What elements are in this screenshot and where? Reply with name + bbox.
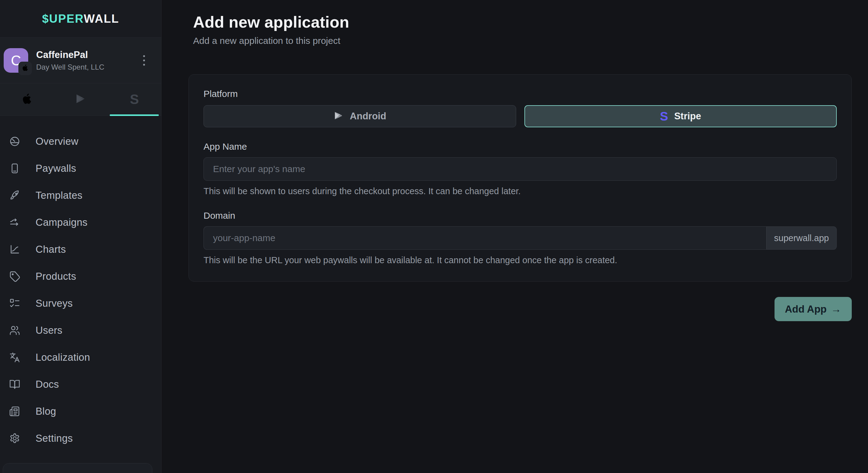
page-subtitle: Add a new application to this project (193, 36, 852, 46)
superwall-logo[interactable]: $UPERWALL (42, 12, 119, 26)
google-play-icon (74, 93, 87, 106)
apple-icon (21, 64, 29, 73)
add-app-label: Add App (785, 303, 827, 315)
project-kebab-menu[interactable] (138, 51, 150, 70)
domain-input[interactable] (204, 226, 766, 250)
platform-option-android[interactable]: Android (204, 105, 516, 127)
sidebar-menu: Overview Paywalls Templates Campaigns Ch… (0, 116, 161, 452)
logo-header: $UPERWALL (0, 0, 161, 38)
project-selector[interactable]: C CaffeinePal Day Well Spent, LLC (0, 38, 161, 83)
actions-row: Add App → (188, 297, 852, 321)
sidebar: $UPERWALL C CaffeinePal Day Well Spent, … (0, 0, 161, 473)
sidebar-item-blog[interactable]: Blog (0, 398, 161, 425)
platform-tab-bar: S (0, 83, 161, 116)
app-name-field-group: App Name This will be shown to users dur… (204, 141, 837, 196)
app-name-label: App Name (204, 141, 837, 152)
paywalls-icon (8, 162, 21, 175)
sidebar-item-settings[interactable]: Settings (0, 425, 161, 452)
surveys-icon (8, 297, 21, 309)
logo-rest-text: WALL (84, 12, 119, 25)
app-name-help: This will be shown to users during the c… (204, 186, 837, 196)
domain-suffix: superwall.app (766, 226, 837, 250)
charts-icon (8, 243, 21, 256)
settings-icon (8, 432, 21, 444)
sidebar-item-localization[interactable]: Localization (0, 344, 161, 371)
tab-stripe[interactable]: S (107, 83, 161, 115)
domain-field-group: Domain superwall.app This will be the UR… (204, 210, 837, 265)
add-app-button[interactable]: Add App → (775, 297, 852, 321)
platform-label: Platform (204, 89, 837, 99)
app-name-input[interactable] (204, 157, 837, 181)
stripe-option-label: Stripe (674, 111, 701, 122)
campaigns-icon (8, 216, 21, 229)
platform-option-stripe[interactable]: S Stripe (524, 105, 837, 127)
stripe-icon: S (660, 110, 668, 122)
sidebar-item-templates[interactable]: Templates (0, 182, 161, 209)
tab-ios[interactable] (0, 83, 54, 115)
docs-icon (8, 378, 21, 390)
sidebar-item-paywalls[interactable]: Paywalls (0, 155, 161, 182)
sidebar-item-users[interactable]: Users (0, 317, 161, 344)
project-avatar: C (4, 48, 28, 73)
google-play-icon (333, 111, 344, 122)
project-name: CaffeinePal (36, 49, 138, 60)
sidebar-item-campaigns[interactable]: Campaigns (0, 209, 161, 236)
android-option-label: Android (350, 111, 386, 122)
localization-icon (8, 351, 21, 363)
blog-icon (8, 405, 21, 417)
logo-accent-text: $UPER (42, 12, 84, 25)
sidebar-item-docs[interactable]: Docs (0, 371, 161, 398)
users-icon (8, 324, 21, 336)
sidebar-item-products[interactable]: Products (0, 263, 161, 290)
page-title: Add new application (193, 13, 852, 31)
overview-icon (8, 135, 21, 148)
sidebar-item-overview[interactable]: Overview (0, 128, 161, 155)
templates-icon (8, 189, 21, 202)
products-icon (8, 270, 21, 283)
tab-android[interactable] (54, 83, 107, 115)
arrow-right-icon: → (831, 303, 841, 315)
apple-platform-badge (19, 62, 32, 75)
main-content: Add new application Add a new applicatio… (161, 0, 868, 473)
domain-help: This will be the URL your web paywalls w… (204, 255, 837, 265)
sidebar-item-charts[interactable]: Charts (0, 236, 161, 263)
stripe-icon: S (130, 93, 139, 106)
active-tab-underline (110, 114, 159, 116)
project-meta: CaffeinePal Day Well Spent, LLC (36, 49, 138, 71)
apple-icon (21, 92, 33, 107)
platform-options: Android S Stripe (204, 105, 837, 127)
sidebar-item-surveys[interactable]: Surveys (0, 290, 161, 317)
domain-label: Domain (204, 210, 837, 221)
discord-card[interactable]: Join Our Discord (3, 463, 152, 473)
project-org: Day Well Spent, LLC (36, 63, 138, 71)
add-application-form-card: Platform Android S Stripe App Name This … (188, 74, 852, 282)
